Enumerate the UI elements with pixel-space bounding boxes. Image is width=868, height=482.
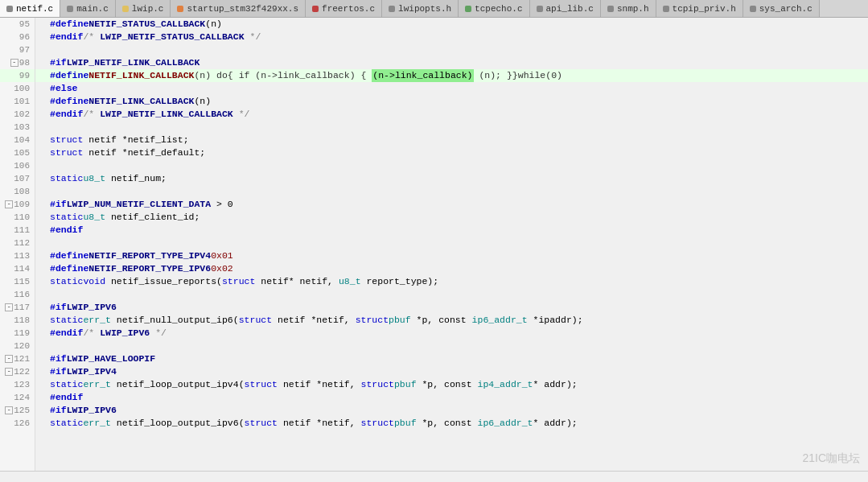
line-number: 126 <box>0 417 35 430</box>
code-line <box>35 159 868 172</box>
tab-dot-icon <box>122 6 129 12</box>
horizontal-scrollbar[interactable] <box>0 471 868 482</box>
code-line: #if LWIP_HAVE_LOOPIF <box>35 352 868 365</box>
code-line: #endif /* LWIP_IPV6 */ <box>35 327 868 340</box>
line-num-text: 96 <box>19 32 30 42</box>
line-num-text: 108 <box>14 187 30 196</box>
line-num-text: 98 <box>19 58 30 68</box>
tab-tcpip_priv-h[interactable]: tcpip_priv.h <box>656 0 743 18</box>
tab-main-c[interactable]: main.c <box>60 0 116 18</box>
line-number: 110 <box>0 211 35 224</box>
line-num-text: 99 <box>19 71 30 80</box>
line-numbers: 959697-9899100101102103104105106107108-1… <box>0 18 35 471</box>
fold-button[interactable]: - <box>10 59 19 67</box>
tab-startup_stm32f429xx-s[interactable]: startup_stm32f429xx.s <box>171 0 306 18</box>
line-number: 124 <box>0 391 35 404</box>
line-number: -117 <box>0 301 35 314</box>
tab-freertos-c[interactable]: freertos.c <box>306 0 382 18</box>
tab-label: main.c <box>76 4 109 14</box>
tab-bar: netif.cmain.clwip.cstartup_stm32f429xx.s… <box>0 0 868 18</box>
line-number: 99 <box>0 69 35 82</box>
code-line: #if LWIP_IPV6 <box>35 301 868 314</box>
line-number: 114 <box>0 262 35 275</box>
code-line <box>35 185 868 198</box>
code-line: struct netif *netif_list; <box>35 134 868 146</box>
line-number: 123 <box>0 378 35 391</box>
line-num-text: 126 <box>14 418 30 428</box>
code-line: #define NETIF_REPORT_TYPE_IPV4 0x01 <box>35 249 868 262</box>
fold-button[interactable]: - <box>5 406 13 414</box>
line-number: 115 <box>0 275 35 288</box>
line-num-text: 115 <box>14 277 30 286</box>
tab-label: freertos.c <box>322 4 375 14</box>
line-num-text: 101 <box>14 97 30 106</box>
code-line: #if LWIP_IPV4 <box>35 365 868 378</box>
line-num-text: 120 <box>14 341 30 351</box>
line-num-text: 95 <box>19 19 30 29</box>
line-number: 101 <box>0 95 35 108</box>
tab-snmp-h[interactable]: snmp.h <box>601 0 656 18</box>
tab-api_lib-c[interactable]: api_lib.c <box>530 0 601 18</box>
tab-label: netif.c <box>16 4 53 14</box>
line-num-text: 114 <box>14 264 30 274</box>
code-line <box>35 43 868 56</box>
tab-label: lwip.c <box>132 4 164 14</box>
code-line: #if LWIP_NUM_NETIF_CLIENT_DATA > 0 <box>35 198 868 211</box>
code-line: #else <box>35 82 868 95</box>
tab-dot-icon <box>750 6 756 12</box>
line-num-text: 104 <box>14 135 30 145</box>
line-number: 119 <box>0 327 35 340</box>
code-line: #if LWIP_IPV6 <box>35 404 868 417</box>
line-number: 116 <box>0 288 35 301</box>
line-num-text: 123 <box>14 380 30 389</box>
line-number: -125 <box>0 404 35 417</box>
line-num-text: 105 <box>14 148 30 158</box>
fold-button[interactable]: - <box>5 355 13 363</box>
line-num-text: 112 <box>14 238 30 248</box>
line-number: 104 <box>0 134 35 146</box>
code-line: static u8_t netif_num; <box>35 172 868 185</box>
tab-netif-c[interactable]: netif.c <box>0 0 60 18</box>
code-line: static u8_t netif_client_id; <box>35 211 868 224</box>
line-number: 97 <box>0 43 35 56</box>
code-line: struct netif *netif_default; <box>35 146 868 159</box>
line-number: 108 <box>0 185 35 198</box>
code-line <box>35 121 868 134</box>
line-number: -121 <box>0 352 35 365</box>
tab-dot-icon <box>67 6 73 12</box>
tab-label: snmp.h <box>617 4 649 14</box>
line-number: -109 <box>0 198 35 211</box>
tab-sys_arch-c[interactable]: sys_arch.c <box>743 0 820 18</box>
tab-lwip-c[interactable]: lwip.c <box>116 0 171 18</box>
tab-lwipopts-h[interactable]: lwipopts.h <box>382 0 459 18</box>
line-num-text: 116 <box>14 290 30 299</box>
fold-button[interactable]: - <box>5 200 13 208</box>
line-num-text: 117 <box>14 303 30 312</box>
line-num-text: 122 <box>14 367 30 377</box>
line-number: 112 <box>0 237 35 249</box>
line-number: 118 <box>0 314 35 327</box>
tab-dot-icon <box>177 6 183 12</box>
line-number: 105 <box>0 146 35 159</box>
code-line: #if LWIP_NETIF_LINK_CALLBACK <box>35 56 868 69</box>
tab-label: tcpip_priv.h <box>673 4 736 14</box>
fold-button[interactable]: - <box>5 368 13 376</box>
line-num-text: 125 <box>14 406 30 415</box>
line-num-text: 118 <box>14 315 30 325</box>
line-number: 95 <box>0 18 35 31</box>
line-number: -98 <box>0 56 35 69</box>
line-num-text: 107 <box>14 174 30 183</box>
tab-dot-icon <box>465 6 471 12</box>
fold-button[interactable]: - <box>5 303 13 311</box>
tab-label: tcpecho.c <box>475 4 522 14</box>
tab-dot-icon <box>389 6 395 12</box>
code-editor[interactable]: #define NETIF_STATUS_CALLBACK(n) #endif … <box>35 18 868 471</box>
code-container: 959697-9899100101102103104105106107108-1… <box>0 18 868 471</box>
code-line <box>35 288 868 301</box>
tab-tcpecho-c[interactable]: tcpecho.c <box>459 0 529 18</box>
tab-dot-icon <box>537 6 543 12</box>
code-line <box>35 340 868 352</box>
tab-dot-icon <box>607 6 614 12</box>
code-line: static err_t netif_loop_output_ipv4(stru… <box>35 378 868 391</box>
line-num-text: 109 <box>14 200 30 209</box>
